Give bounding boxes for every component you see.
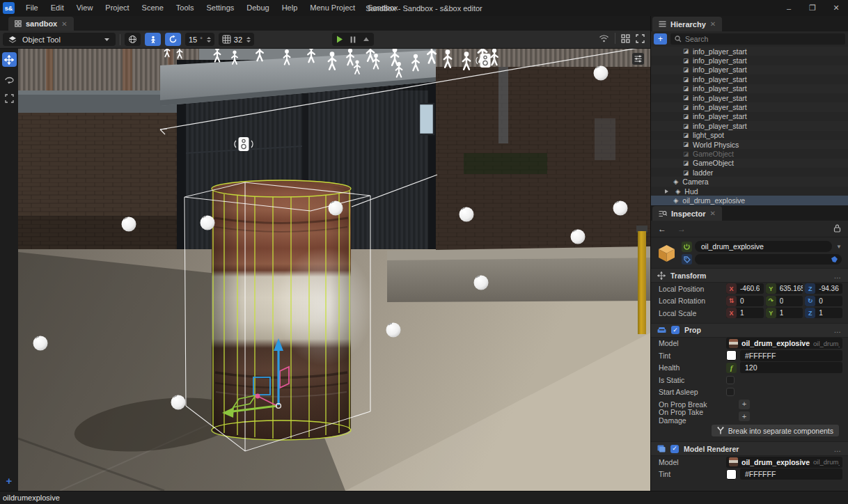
hierarchy-item[interactable]: ladder <box>651 168 848 177</box>
tab-sandbox[interactable]: sandbox ✕ <box>8 17 74 31</box>
tag-edit-icon[interactable] <box>831 255 838 263</box>
menu-menu-project[interactable]: Menu Project <box>304 0 361 16</box>
hierarchy-item[interactable]: info_player_start <box>651 84 848 93</box>
menu-scene[interactable]: Scene <box>136 0 170 16</box>
scale-z-field[interactable]: Z1 <box>805 308 842 318</box>
rotation-pitch-field[interactable]: ⇅0 <box>726 296 764 306</box>
sphere-gizmo[interactable] <box>474 276 489 290</box>
layout-grid-icon[interactable] <box>621 34 630 43</box>
hierarchy-item[interactable]: Camera <box>651 177 848 186</box>
hierarchy-item[interactable]: info_player_start <box>651 102 848 111</box>
sphere-gizmo[interactable] <box>386 323 401 338</box>
oil-drum-model[interactable] <box>212 180 373 440</box>
forward-arrow-icon[interactable]: → <box>677 224 686 234</box>
rotation-snap-widget[interactable]: 15 ° <box>185 33 214 46</box>
sphere-gizmo[interactable] <box>571 230 586 244</box>
sphere-gizmo[interactable] <box>122 217 136 232</box>
hierarchy-item[interactable]: Hud <box>651 187 848 196</box>
tint-color-swatch[interactable] <box>726 469 737 480</box>
scale-x-field[interactable]: X1 <box>726 308 764 318</box>
add-action-button[interactable]: + <box>739 400 750 409</box>
grid-snap-value[interactable]: 32 <box>234 36 242 44</box>
lock-icon[interactable] <box>833 224 841 234</box>
viewport-settings-icon[interactable] <box>632 53 644 65</box>
viewport-add-button[interactable]: + <box>2 473 17 488</box>
rotation-snap-button[interactable] <box>165 33 181 46</box>
prop-enabled-checkbox[interactable]: ✓ <box>671 326 680 334</box>
menu-view[interactable]: View <box>70 0 100 16</box>
restore-button[interactable]: ❐ <box>801 0 824 16</box>
tab-hierarchy[interactable]: Hierarchy ✕ <box>652 17 722 31</box>
hierarchy-item[interactable]: info_player_start <box>651 121 848 130</box>
model-renderer-section-header[interactable]: ✓ Model Renderer … <box>651 441 848 456</box>
grid-snap-widget[interactable]: 32 <box>219 33 254 46</box>
rotation-yaw-field[interactable]: ↷0 <box>766 296 803 306</box>
section-menu-icon[interactable]: … <box>834 326 842 334</box>
break-into-components-button[interactable]: Break into separate components <box>712 425 839 436</box>
position-x-field[interactable]: X-460.6 <box>726 283 764 294</box>
hierarchy-item[interactable]: GameObject <box>651 159 848 168</box>
menu-debug[interactable]: Debug <box>240 0 275 16</box>
model-asset-field[interactable]: oil_drum_explosive oil_drum_explosive. <box>726 457 842 468</box>
enabled-toggle[interactable] <box>682 242 692 252</box>
pause-icon[interactable] <box>350 36 356 43</box>
grid-snap-spinner[interactable] <box>246 37 251 42</box>
tint-color-swatch[interactable] <box>726 350 737 361</box>
fullscreen-icon[interactable] <box>636 34 645 43</box>
transform-section-header[interactable]: Transform … <box>651 268 848 283</box>
hierarchy-item-selected[interactable]: oil_drum_explosive <box>651 196 848 205</box>
hierarchy-item[interactable]: light_spot <box>651 131 848 140</box>
object-snap-button[interactable] <box>145 33 161 46</box>
hierarchy-item[interactable]: info_player_start <box>651 65 848 74</box>
network-status-icon[interactable] <box>599 34 609 42</box>
section-menu-icon[interactable]: … <box>834 271 842 280</box>
hierarchy-item[interactable]: info_player_start <box>651 112 848 121</box>
sphere-gizmo[interactable] <box>33 336 48 351</box>
position-y-field[interactable]: Y635.165 <box>766 283 803 294</box>
tab-close-icon[interactable]: ✕ <box>710 210 716 217</box>
tab-close-icon[interactable]: ✕ <box>61 20 67 28</box>
rotation-snap-spinner[interactable] <box>207 37 211 42</box>
add-action-button[interactable]: + <box>739 411 750 421</box>
rotation-roll-field[interactable]: ↻0 <box>805 296 842 306</box>
tint-value-field[interactable]: #FFFFFF <box>740 468 842 480</box>
menu-edit[interactable]: Edit <box>45 0 70 16</box>
rotation-snap-value[interactable]: 15 <box>189 36 197 44</box>
model-renderer-enabled-checkbox[interactable]: ✓ <box>670 445 679 453</box>
menu-settings[interactable]: Settings <box>201 0 241 16</box>
tags-input[interactable] <box>695 254 842 265</box>
start-asleep-checkbox[interactable] <box>726 388 735 396</box>
model-asset-field[interactable]: oil_drum_explosive oil_drum_explosive. <box>726 338 842 349</box>
menu-tools[interactable]: Tools <box>170 0 201 16</box>
sphere-gizmo[interactable] <box>329 201 343 216</box>
back-arrow-icon[interactable]: ← <box>658 224 666 234</box>
sphere-gizmo[interactable] <box>171 395 186 410</box>
sphere-gizmo[interactable] <box>460 207 474 222</box>
hierarchy-item[interactable]: info_player_start <box>651 56 848 65</box>
object-name-input[interactable]: oil_drum_explosive <box>695 241 832 252</box>
menu-project[interactable]: Project <box>99 0 135 16</box>
world-space-button[interactable] <box>125 33 141 46</box>
add-object-button[interactable]: + <box>654 33 667 45</box>
hierarchy-item[interactable]: World Physics <box>651 140 848 149</box>
hierarchy-item[interactable]: info_player_start <box>651 47 848 56</box>
menu-help[interactable]: Help <box>276 0 304 16</box>
section-menu-icon[interactable]: … <box>834 445 842 453</box>
is-static-checkbox[interactable] <box>726 376 735 384</box>
scene-3d-view[interactable] <box>18 49 650 491</box>
play-icon[interactable] <box>336 36 343 43</box>
prop-section-header[interactable]: ✓ Prop … <box>651 323 848 338</box>
menu-file[interactable]: File <box>19 0 45 16</box>
tab-inspector[interactable]: Inspector ✕ <box>652 206 722 221</box>
eject-icon[interactable] <box>363 36 370 43</box>
move-tool-button[interactable] <box>2 52 17 67</box>
hierarchy-item[interactable]: info_player_start <box>651 74 848 84</box>
hierarchy-item[interactable]: info_player_start <box>651 93 848 102</box>
position-z-field[interactable]: Z-94.36 <box>805 283 842 294</box>
scale-y-field[interactable]: Y1 <box>766 308 803 318</box>
close-button[interactable]: ✕ <box>824 0 848 16</box>
hierarchy-searchbox[interactable] <box>670 33 845 45</box>
chevron-down-icon[interactable]: ▼ <box>836 244 842 250</box>
expand-arrow-icon[interactable] <box>665 189 668 194</box>
tint-value-field[interactable]: #FFFFFF <box>740 350 842 361</box>
